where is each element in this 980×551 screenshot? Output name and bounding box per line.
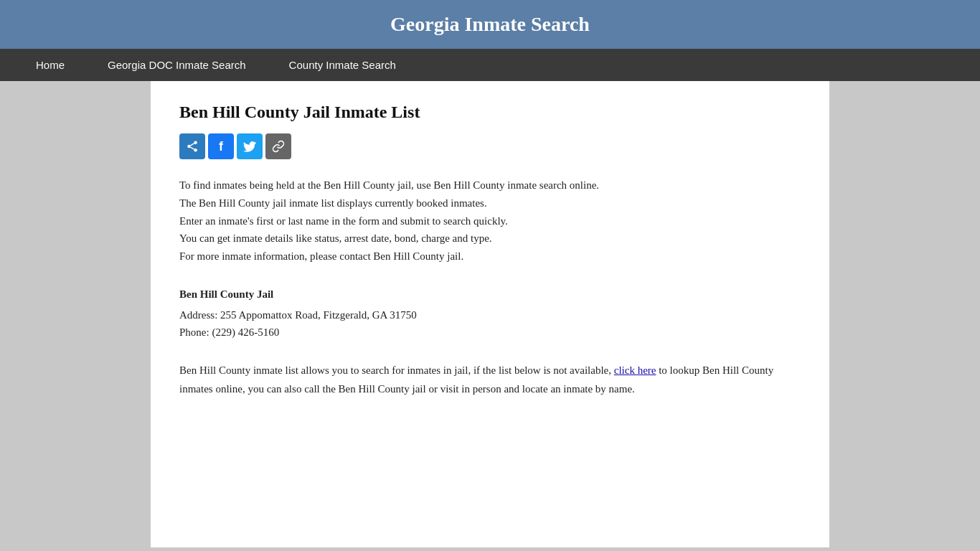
jail-phone: Phone: (229) 426-5160: [179, 324, 801, 342]
svg-point-0: [194, 141, 197, 145]
click-here-link[interactable]: click here: [614, 364, 656, 376]
svg-point-1: [187, 145, 191, 149]
nav-county-search[interactable]: County Inmate Search: [268, 49, 418, 81]
link-icon: [272, 140, 285, 153]
content-outer: Ben Hill County Jail Inmate List f: [0, 81, 980, 547]
svg-line-4: [190, 143, 194, 146]
content-inner: Ben Hill County Jail Inmate List f: [151, 81, 829, 547]
page-heading: Ben Hill County Jail Inmate List: [179, 103, 801, 122]
bottom-paragraph: Ben Hill County inmate list allows you t…: [179, 362, 801, 398]
facebook-icon: f: [219, 139, 223, 154]
site-title: Georgia Inmate Search: [14, 13, 966, 36]
jail-address: Address: 255 Appomattox Road, Fitzgerald…: [179, 306, 801, 324]
description-line-3: Enter an inmate's first or last name in …: [179, 212, 801, 230]
twitter-icon: [243, 141, 256, 152]
svg-line-3: [190, 147, 194, 149]
description-line-2: The Ben Hill County jail inmate list dis…: [179, 194, 801, 212]
description-line-5: For more inmate information, please cont…: [179, 248, 801, 265]
jail-info: Ben Hill County Jail Address: 255 Appoma…: [179, 286, 801, 342]
share-icon: [186, 140, 199, 153]
nav-doc-search[interactable]: Georgia DOC Inmate Search: [86, 49, 268, 81]
site-header: Georgia Inmate Search: [0, 0, 980, 49]
description-line-4: You can get inmate details like status, …: [179, 230, 801, 248]
share-button-twitter[interactable]: [237, 133, 263, 159]
share-button-share[interactable]: [179, 133, 205, 159]
svg-point-2: [194, 149, 197, 152]
main-nav: Home Georgia DOC Inmate Search County In…: [0, 49, 980, 81]
jail-info-title: Ben Hill County Jail: [179, 286, 801, 303]
description-block: To find inmates being held at the Ben Hi…: [179, 176, 801, 265]
bottom-text-before-link: Ben Hill County inmate list allows you t…: [179, 364, 611, 376]
app-wrapper: Georgia Inmate Search Home Georgia DOC I…: [0, 0, 980, 551]
share-buttons: f: [179, 133, 801, 159]
share-button-facebook[interactable]: f: [208, 133, 234, 159]
nav-home[interactable]: Home: [14, 49, 86, 81]
share-button-link[interactable]: [265, 133, 291, 159]
description-line-1: To find inmates being held at the Ben Hi…: [179, 176, 801, 194]
